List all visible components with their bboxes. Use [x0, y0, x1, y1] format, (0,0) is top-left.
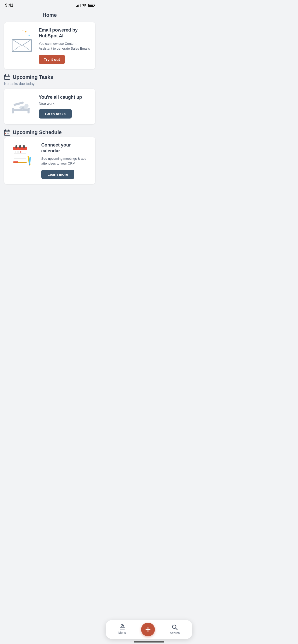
try-it-out-button[interactable]: Try it out — [39, 55, 65, 64]
email-card-title: Email powered by HubSpot AI — [39, 27, 90, 39]
signal-icon — [76, 4, 80, 7]
svg-point-16 — [24, 104, 29, 108]
schedule-card-content: Connect your calendar See upcoming meeti… — [41, 142, 90, 179]
tasks-section-subtitle: No tasks due today — [4, 82, 95, 86]
email-ai-card: ✦ ✦ + Email powered by HubSpot AI You ca… — [4, 22, 95, 69]
lounge-svg — [9, 94, 35, 119]
svg-rect-42 — [13, 161, 18, 163]
svg-rect-14 — [13, 101, 24, 106]
status-icons — [76, 4, 94, 7]
go-to-tasks-button[interactable]: Go to tasks — [39, 109, 72, 119]
tasks-icon — [4, 74, 10, 80]
envelope-svg: ✦ ✦ + — [9, 27, 35, 55]
learn-more-button[interactable]: Learn more — [41, 170, 74, 179]
svg-text:✦: ✦ — [28, 34, 30, 37]
svg-rect-24 — [5, 133, 6, 134]
tasks-illustration — [9, 94, 35, 119]
battery-icon — [88, 4, 94, 7]
svg-rect-36 — [17, 151, 19, 153]
svg-rect-29 — [16, 145, 17, 148]
calendar-svg — [9, 142, 37, 170]
schedule-section-title: Upcoming Schedule — [13, 129, 62, 135]
svg-rect-23 — [8, 129, 9, 131]
tasks-card: You're all caught up Nice work Go to tas… — [4, 89, 95, 124]
schedule-card-description: See upcoming meetings & add attendees to… — [41, 156, 90, 166]
svg-line-18 — [23, 109, 28, 110]
email-illustration: ✦ ✦ + — [9, 27, 35, 55]
svg-rect-9 — [5, 74, 6, 76]
svg-line-19 — [28, 109, 30, 110]
tasks-card-description: Nice work — [39, 101, 82, 106]
email-card-description: You can now use Content Assistant to gen… — [39, 41, 90, 51]
schedule-card-heading: Connect your calendar — [41, 142, 90, 154]
svg-rect-30 — [19, 145, 21, 148]
wifi-icon — [82, 4, 87, 7]
svg-rect-7 — [4, 75, 10, 79]
svg-rect-31 — [23, 145, 25, 148]
schedule-card: Connect your calendar See upcoming meeti… — [4, 137, 95, 184]
svg-rect-25 — [7, 133, 8, 134]
email-card-content: Email powered by HubSpot AI You can now … — [39, 27, 90, 64]
svg-rect-35 — [15, 151, 16, 153]
svg-rect-10 — [8, 74, 9, 76]
tasks-section-header: Upcoming Tasks — [4, 74, 95, 80]
tasks-card-content: You're all caught up Nice work Go to tas… — [39, 95, 82, 119]
page-title: Home — [0, 12, 99, 18]
tasks-section-title: Upcoming Tasks — [13, 74, 53, 80]
svg-text:+: + — [22, 30, 23, 31]
svg-rect-37 — [20, 151, 21, 153]
schedule-illustration — [9, 142, 37, 170]
svg-rect-26 — [8, 133, 9, 134]
svg-text:✦: ✦ — [24, 30, 27, 34]
tasks-card-heading: You're all caught up — [39, 95, 82, 100]
main-content: ✦ ✦ + Email powered by HubSpot AI You ca… — [0, 22, 99, 215]
schedule-icon — [4, 129, 10, 136]
page-header: Home — [0, 10, 99, 22]
svg-rect-12 — [12, 108, 14, 113]
status-time: 9:41 — [5, 3, 13, 8]
schedule-section-header: Upcoming Schedule — [4, 129, 95, 136]
status-bar: 9:41 — [0, 0, 99, 10]
svg-rect-22 — [5, 129, 6, 131]
